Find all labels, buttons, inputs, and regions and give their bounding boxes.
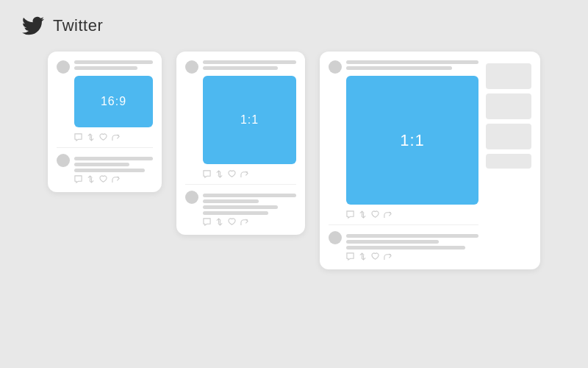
share-icon: [240, 218, 248, 226]
retweet-icon: [359, 210, 367, 219]
tweet-d2: [329, 231, 478, 261]
text-line: [203, 205, 278, 209]
twitter-bird-icon: [22, 15, 44, 37]
tweet-d1-content: 1:1: [346, 60, 478, 219]
like-icon: [99, 175, 107, 183]
text-line: [74, 163, 129, 166]
comment-icon: [346, 210, 354, 219]
like-icon: [371, 252, 379, 261]
mockups-container: 16:9: [0, 52, 588, 269]
like-icon: [228, 170, 236, 178]
avatar-2: [57, 154, 70, 167]
aspect-ratio-label-2: 1:1: [240, 113, 259, 127]
tweet-d2-actions: [346, 252, 478, 261]
sidebar-widget-2: [486, 93, 531, 119]
text-line: [346, 60, 478, 64]
retweet-icon: [215, 170, 223, 178]
text-line: [203, 60, 296, 64]
text-line: [346, 66, 452, 70]
image-placeholder-1-1: 1:1: [203, 76, 296, 164]
like-icon: [228, 218, 236, 226]
divider-d1: [329, 224, 478, 225]
tweet-2: [57, 154, 153, 183]
tweet-1-content: 16:9: [74, 60, 153, 141]
avatar-d2: [329, 231, 342, 244]
desktop-layout: 1:1: [329, 60, 531, 261]
tweet-t1-content: 1:1: [203, 60, 296, 178]
tweet-1-actions: [74, 133, 153, 141]
share-icon: [112, 133, 120, 141]
text-line: [203, 211, 268, 215]
like-icon: [371, 210, 379, 219]
tweet-d2-content: [346, 231, 478, 261]
divider-1: [57, 147, 153, 148]
header: Twitter: [0, 0, 588, 52]
divider-t1: [185, 184, 296, 185]
text-line: [74, 169, 145, 172]
share-icon: [240, 170, 248, 178]
comment-icon: [203, 170, 211, 178]
aspect-ratio-label-3: 1:1: [400, 131, 425, 150]
avatar-t2: [185, 191, 198, 204]
share-icon: [112, 175, 120, 183]
desktop-mockup: 1:1: [320, 52, 540, 269]
tweet-1: 16:9: [57, 60, 153, 141]
sidebar-widget-4: [486, 154, 531, 169]
text-line: [346, 246, 465, 250]
comment-icon: [203, 218, 211, 226]
comment-icon: [74, 133, 82, 141]
desktop-main-feed: 1:1: [329, 60, 478, 261]
tweet-t2-content: [203, 191, 296, 226]
phone-mockup: 16:9: [48, 52, 162, 192]
tweet-2-actions: [74, 175, 153, 183]
text-line: [203, 194, 296, 197]
retweet-icon: [359, 252, 367, 261]
tweet-d1-actions: [346, 210, 478, 219]
retweet-icon: [215, 218, 223, 226]
share-icon: [384, 252, 392, 261]
comment-icon: [346, 252, 354, 261]
tweet-t2-actions: [203, 218, 296, 226]
image-placeholder-1-1-desktop: 1:1: [346, 76, 478, 205]
avatar-d1: [329, 60, 342, 74]
comment-icon: [74, 175, 82, 183]
text-line: [203, 199, 259, 203]
retweet-icon: [87, 175, 95, 183]
tweet-t2: [185, 191, 296, 226]
desktop-sidebar: [486, 60, 531, 261]
text-line: [203, 66, 278, 70]
like-icon: [99, 133, 107, 141]
aspect-ratio-label-1: 16:9: [101, 95, 126, 108]
sidebar-widget-1: [486, 63, 531, 89]
avatar-t1: [185, 60, 198, 74]
text-line: [74, 66, 137, 70]
tweet-d1: 1:1: [329, 60, 478, 219]
tweet-t1: 1:1: [185, 60, 296, 178]
text-line: [74, 157, 153, 160]
share-icon: [384, 210, 392, 219]
header-title: Twitter: [53, 16, 103, 35]
tweet-2-content: [74, 154, 153, 183]
text-line: [346, 234, 478, 238]
sidebar-widget-3: [486, 124, 531, 149]
text-line: [346, 240, 439, 244]
text-line: [74, 60, 153, 64]
retweet-icon: [87, 133, 95, 141]
avatar-1: [57, 60, 70, 74]
tablet-mockup: 1:1: [176, 52, 305, 235]
image-placeholder-16-9: 16:9: [74, 76, 153, 127]
tweet-t1-actions: [203, 170, 296, 178]
